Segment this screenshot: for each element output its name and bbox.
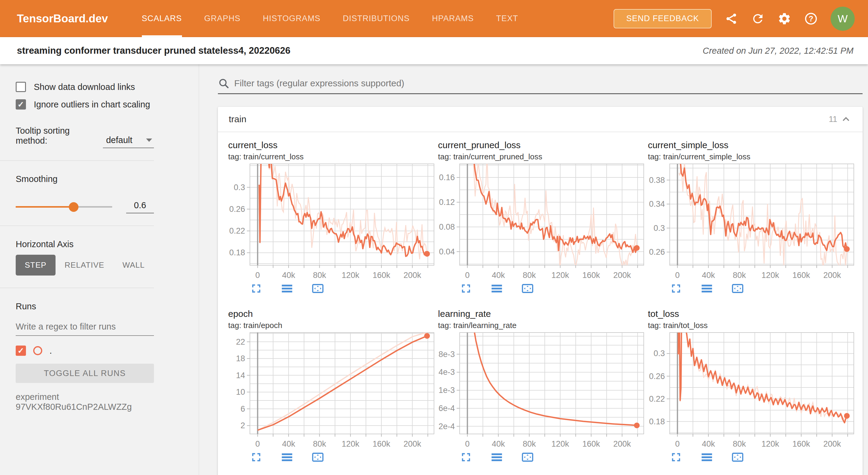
svg-text:160k: 160k (792, 271, 810, 280)
run-checkbox[interactable]: ✓ (16, 346, 26, 356)
fit-data-icon[interactable] (311, 282, 325, 295)
toggle-y-axis-icon[interactable] (700, 450, 714, 464)
smoothing-slider[interactable] (16, 206, 112, 208)
svg-text:0.26: 0.26 (649, 372, 665, 381)
toggle-y-axis-icon[interactable] (280, 282, 294, 295)
toggle-y-axis-icon[interactable] (700, 282, 714, 295)
app-header: TensorBoard.dev SCALARSGRAPHSHISTOGRAMSD… (0, 0, 868, 37)
tab-distributions[interactable]: DISTRIBUTIONS (343, 0, 410, 37)
experiment-bar: streaming conformer transducer pruned st… (0, 37, 868, 64)
svg-text:120k: 120k (342, 439, 360, 448)
smoothing-value[interactable]: 0.6 (126, 200, 154, 213)
chart-plot[interactable]: 040k80k120k160k200k0.260.30.340.38 (648, 162, 856, 280)
svg-text:2: 2 (241, 421, 245, 430)
tooltip-sorting-row: Tooltip sorting method: default (16, 126, 154, 148)
svg-text:120k: 120k (762, 439, 779, 448)
refresh-icon[interactable] (751, 12, 765, 26)
expand-chart-icon[interactable] (459, 282, 473, 295)
nav-tabs: SCALARSGRAPHSHISTOGRAMSDISTRIBUTIONSHPAR… (142, 0, 518, 37)
checkbox-unchecked[interactable] (16, 82, 26, 92)
user-avatar[interactable]: W (831, 7, 855, 31)
horizontal-axis-buttons: STEPRELATIVEWALL (16, 255, 154, 276)
svg-text:?: ? (809, 14, 813, 23)
chart-plot[interactable]: 040k80k120k160k200k2e-46e-41e-31.4e-31.8… (438, 331, 646, 449)
chart-tag: tag: train/current_simple_loss (648, 152, 858, 161)
expand-chart-icon[interactable] (669, 450, 683, 464)
settings-gear-icon[interactable] (777, 12, 791, 26)
fit-data-icon[interactable] (731, 282, 745, 295)
svg-text:80k: 80k (313, 439, 326, 448)
svg-text:40k: 40k (492, 439, 505, 448)
expand-chart-icon[interactable] (249, 450, 263, 464)
runs-filter-input[interactable] (16, 322, 154, 336)
svg-text:160k: 160k (583, 439, 600, 448)
search-icon (218, 77, 229, 89)
chart-title: epoch (228, 309, 438, 319)
svg-text:200k: 200k (404, 439, 421, 448)
tab-hparams[interactable]: HPARAMS (432, 0, 474, 37)
fit-data-icon[interactable] (521, 450, 534, 464)
fit-data-icon[interactable] (311, 450, 325, 464)
svg-text:0.3: 0.3 (653, 224, 665, 233)
chart-plot[interactable]: 040k80k120k160k200k2610141822 (228, 331, 436, 449)
scalar-chart-card: current_pruned_losstag: train/current_pr… (438, 140, 648, 295)
smoothing-label: Smoothing (16, 174, 154, 184)
chart-plot[interactable]: 040k80k120k160k200k0.180.220.260.3 (228, 162, 436, 280)
app-logo: TensorBoard.dev (17, 0, 108, 37)
checkbox-row[interactable]: Show data download links (16, 82, 154, 92)
expand-chart-icon[interactable] (249, 282, 263, 295)
fit-data-icon[interactable] (521, 282, 534, 295)
svg-text:6: 6 (241, 404, 245, 413)
svg-text:0.22: 0.22 (649, 394, 665, 404)
chart-plot[interactable]: 040k80k120k160k200k0.040.080.120.16 (438, 162, 646, 280)
experiment-id: experiment 97VKXf80Ru61CnP2ALWZZg (16, 392, 154, 412)
toggle-y-axis-icon[interactable] (280, 450, 294, 464)
main-content: train 11 current_losstag: train/current_… (199, 64, 868, 475)
run-color-circle-icon[interactable] (33, 346, 42, 355)
checkbox-row[interactable]: ✓Ignore outliers in chart scaling (16, 99, 154, 109)
svg-text:2e-4: 2e-4 (438, 422, 455, 431)
train-section-header[interactable]: train 11 (218, 107, 863, 132)
tab-scalars[interactable]: SCALARS (142, 0, 182, 37)
svg-text:40k: 40k (702, 439, 715, 448)
svg-text:160k: 160k (372, 439, 390, 448)
send-feedback-button[interactable]: SEND FEEDBACK (614, 9, 712, 28)
checkbox-checked[interactable]: ✓ (16, 99, 26, 109)
scalar-chart-card: current_losstag: train/current_loss040k8… (228, 140, 438, 295)
axis-button-relative[interactable]: RELATIVE (56, 255, 114, 276)
chart-plot[interactable]: 040k80k120k160k200k0.180.220.260.3 (648, 331, 856, 449)
toggle-y-axis-icon[interactable] (490, 282, 504, 295)
tag-filter-input[interactable] (234, 78, 863, 88)
toggle-y-axis-icon[interactable] (490, 450, 504, 464)
share-icon[interactable] (724, 12, 738, 26)
svg-text:0: 0 (465, 271, 470, 280)
chart-title: current_loss (228, 140, 438, 150)
chart-tag: tag: train/learning_rate (438, 321, 648, 330)
fit-data-icon[interactable] (731, 450, 745, 464)
svg-text:0: 0 (675, 271, 680, 280)
axis-button-step[interactable]: STEP (16, 255, 56, 276)
run-row: ✓ . (16, 346, 154, 356)
axis-button-wall[interactable]: WALL (114, 255, 154, 276)
expand-chart-icon[interactable] (459, 450, 473, 464)
help-icon[interactable]: ? (804, 12, 818, 26)
tab-histograms[interactable]: HISTOGRAMS (263, 0, 320, 37)
svg-text:120k: 120k (762, 271, 779, 280)
svg-text:160k: 160k (792, 439, 810, 448)
svg-text:0.22: 0.22 (229, 226, 245, 235)
tooltip-sorting-select[interactable]: default (103, 135, 154, 148)
svg-text:0.38: 0.38 (649, 176, 665, 185)
svg-text:160k: 160k (372, 271, 390, 280)
tab-text[interactable]: TEXT (496, 0, 518, 37)
tab-graphs[interactable]: GRAPHS (204, 0, 241, 37)
svg-text:40k: 40k (702, 271, 715, 280)
toggle-all-runs-button[interactable]: TOGGLE ALL RUNS (16, 363, 154, 383)
svg-text:40k: 40k (492, 271, 505, 280)
svg-text:80k: 80k (313, 271, 326, 280)
experiment-title: streaming conformer transducer pruned st… (17, 45, 290, 56)
chevron-up-icon[interactable] (840, 114, 852, 125)
svg-text:0.26: 0.26 (229, 204, 245, 214)
sidebar-divider (0, 288, 154, 288)
expand-chart-icon[interactable] (669, 282, 683, 295)
slider-thumb[interactable] (69, 202, 79, 212)
